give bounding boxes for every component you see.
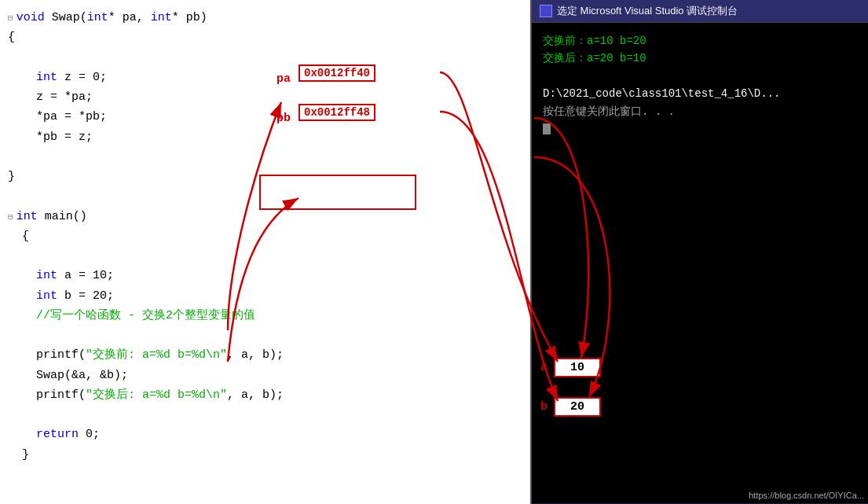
console-cursor: [543, 123, 551, 134]
pa-address-box: 0x0012ff40: [298, 64, 375, 82]
var-b-value: 20: [554, 397, 601, 417]
var-a-value: 10: [554, 358, 601, 377]
console-line-3: D:\2021_code\class101\test_4_16\D...: [543, 85, 857, 102]
code-editor: ⊟void Swap(int* pa, int* pb) { int z = 0…: [0, 0, 534, 504]
var-b-addr: 0x0012ff48: [607, 401, 673, 414]
var-b-wrapper: b 20 0x0012ff48: [540, 397, 673, 417]
var-a-addr: 0x0012ff40: [607, 362, 673, 374]
console-app-icon: [540, 5, 552, 17]
code-line: //写一个哈函数 - 交换2个整型变量的值: [0, 306, 533, 326]
debug-console: 选定 Microsoft Visual Studio 调试控制台 交换前：a=1…: [530, 0, 868, 504]
pb-address-box: 0x0012ff48: [298, 104, 375, 121]
console-line-1: 交换前：a=10 b=20: [543, 32, 857, 50]
console-titlebar: 选定 Microsoft Visual Studio 调试控制台: [532, 0, 868, 23]
keyword: int: [16, 208, 38, 226]
code-line: [0, 326, 533, 345]
code-line: {: [0, 226, 533, 246]
code-line: [0, 246, 533, 266]
console-title: 选定 Microsoft Visual Studio 调试控制台: [557, 4, 738, 18]
code-line: ⊟void Swap(int* pa, int* pb): [0, 8, 533, 28]
var-a-wrapper: a 10 0x0012ff40: [540, 358, 673, 377]
code-line: [0, 147, 533, 167]
code-line: int b = 20;: [0, 286, 533, 306]
collapse-icon[interactable]: ⊟: [8, 211, 13, 224]
code-line: Swap(&a, &b);: [0, 366, 533, 385]
console-line-4: 按任意键关闭此窗口. . .: [543, 103, 857, 120]
code-line: [0, 405, 533, 425]
watermark: https://blog.csdn.net/OIYICa...: [749, 491, 864, 500]
pb-label: pb: [277, 112, 291, 125]
code-line: printf("交换后: a=%d b=%d\n", a, b);: [0, 385, 533, 405]
code-line: *pb = z;: [0, 127, 533, 147]
code-line: {: [0, 28, 533, 47]
code-line: int z = 0;: [0, 68, 533, 87]
console-body: 交换前：a=10 b=20 交换后：a=20 b=10 D:\2021_code…: [532, 23, 868, 503]
code-line: printf("交换前: a=%d b=%d\n", a, b);: [0, 345, 533, 365]
keyword: void: [16, 9, 45, 27]
pa-label: pa: [277, 72, 291, 86]
code-line: }: [0, 445, 533, 465]
code-line: z = *pa;: [0, 87, 533, 107]
code-line: [0, 48, 533, 68]
empty-annotation-box: [259, 175, 416, 210]
var-a-label: a: [540, 361, 548, 374]
collapse-icon[interactable]: ⊟: [8, 12, 13, 25]
code-line: int a = 10;: [0, 266, 533, 285]
console-line-2: 交换后：a=20 b=10: [543, 50, 857, 67]
console-line-blank: [543, 68, 857, 85]
code-line: return 0;: [0, 425, 533, 444]
code-line: *pa = *pb;: [0, 107, 533, 127]
var-b-label: b: [540, 400, 548, 414]
